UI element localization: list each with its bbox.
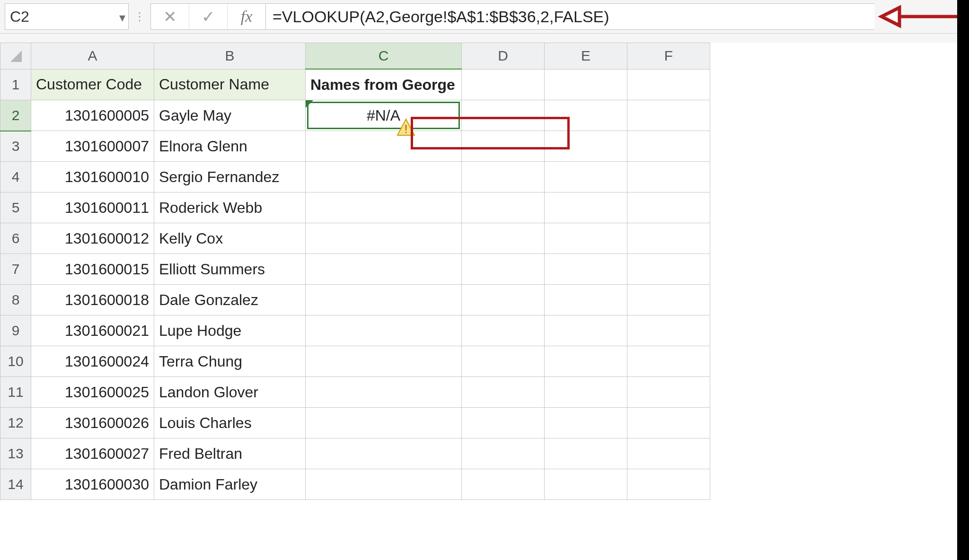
row-header-6[interactable]: 6 [0, 223, 31, 254]
cell-B3[interactable]: Elnora Glenn [154, 131, 306, 162]
enter-formula-button[interactable]: ✓ [189, 4, 228, 29]
cell-D13[interactable] [462, 438, 545, 469]
cell-B1[interactable]: Customer Name [154, 69, 306, 100]
cell-B7[interactable]: Elliott Summers [154, 254, 306, 285]
error-smart-tag-icon[interactable]: ! [396, 118, 415, 137]
cell-B13[interactable]: Fred Beltran [154, 438, 306, 469]
cell-B9[interactable]: Lupe Hodge [154, 315, 306, 346]
cell-E8[interactable] [545, 285, 627, 315]
row-header-1[interactable]: 1 [0, 69, 31, 100]
cell-D1[interactable] [462, 69, 545, 100]
cell-C6[interactable] [306, 223, 462, 254]
cell-E7[interactable] [545, 254, 627, 285]
row-header-9[interactable]: 9 [0, 315, 31, 346]
cell-A12[interactable]: 1301600026 [31, 408, 154, 438]
col-header-E[interactable]: E [545, 43, 627, 70]
cell-A11[interactable]: 1301600025 [31, 377, 154, 408]
cell-F7[interactable] [627, 254, 710, 285]
cell-A10[interactable]: 1301600024 [31, 346, 154, 377]
row-header-7[interactable]: 7 [0, 254, 31, 285]
col-header-C[interactable]: C [306, 43, 462, 70]
cell-F10[interactable] [627, 346, 710, 377]
name-box[interactable]: C2 ▾ [5, 3, 129, 30]
cell-B8[interactable]: Dale Gonzalez [154, 285, 306, 315]
cell-B12[interactable]: Louis Charles [154, 408, 306, 438]
cell-A4[interactable]: 1301600010 [31, 162, 154, 192]
cell-A5[interactable]: 1301600011 [31, 192, 154, 223]
cell-C9[interactable] [306, 315, 462, 346]
cell-D8[interactable] [462, 285, 545, 315]
vertical-scrollbar[interactable] [957, 0, 969, 560]
cell-F6[interactable] [627, 223, 710, 254]
cell-F4[interactable] [627, 162, 710, 192]
row-header-4[interactable]: 4 [0, 162, 31, 192]
cell-E6[interactable] [545, 223, 627, 254]
cell-C10[interactable] [306, 346, 462, 377]
cell-C7[interactable] [306, 254, 462, 285]
cell-C11[interactable] [306, 377, 462, 408]
cell-D14[interactable] [462, 469, 545, 500]
col-header-A[interactable]: A [31, 43, 154, 70]
cell-D4[interactable] [462, 162, 545, 192]
cell-C5[interactable] [306, 192, 462, 223]
cell-A8[interactable]: 1301600018 [31, 285, 154, 315]
cell-E13[interactable] [545, 438, 627, 469]
cell-A1[interactable]: Customer Code [31, 69, 154, 100]
row-header-11[interactable]: 11 [0, 377, 31, 408]
cell-F12[interactable] [627, 408, 710, 438]
cell-A2[interactable]: 1301600005 [31, 100, 154, 131]
cancel-formula-button[interactable]: ✕ [151, 4, 189, 29]
cell-F1[interactable] [627, 69, 710, 100]
cell-D5[interactable] [462, 192, 545, 223]
row-header-3[interactable]: 3 [0, 131, 31, 162]
cell-A9[interactable]: 1301600021 [31, 315, 154, 346]
cell-E9[interactable] [545, 315, 627, 346]
col-header-B[interactable]: B [154, 43, 306, 70]
cell-E4[interactable] [545, 162, 627, 192]
cell-B14[interactable]: Damion Farley [154, 469, 306, 500]
cell-B5[interactable]: Roderick Webb [154, 192, 306, 223]
col-header-F[interactable]: F [627, 43, 710, 70]
cell-E10[interactable] [545, 346, 627, 377]
cell-F2[interactable] [627, 100, 710, 131]
cell-D6[interactable] [462, 223, 545, 254]
row-header-14[interactable]: 14 [0, 469, 31, 500]
cell-A14[interactable]: 1301600030 [31, 469, 154, 500]
name-box-dropdown-icon[interactable]: ▾ [119, 10, 125, 25]
cell-E11[interactable] [545, 377, 627, 408]
cell-C13[interactable] [306, 438, 462, 469]
cell-F13[interactable] [627, 438, 710, 469]
cell-B10[interactable]: Terra Chung [154, 346, 306, 377]
row-header-8[interactable]: 8 [0, 285, 31, 315]
col-header-D[interactable]: D [462, 43, 545, 70]
cell-E12[interactable] [545, 408, 627, 438]
fx-button[interactable]: fx [228, 8, 265, 26]
cell-F8[interactable] [627, 285, 710, 315]
cell-E1[interactable] [545, 69, 627, 100]
cell-B11[interactable]: Landon Glover [154, 377, 306, 408]
cell-D12[interactable] [462, 408, 545, 438]
row-header-2[interactable]: 2 [0, 100, 31, 131]
cell-C4[interactable] [306, 162, 462, 192]
cell-A13[interactable]: 1301600027 [31, 438, 154, 469]
formula-input[interactable]: =VLOOKUP(A2,George!$A$1:$B$36,2,FALSE) [266, 3, 874, 30]
row-header-5[interactable]: 5 [0, 192, 31, 223]
cell-F14[interactable] [627, 469, 710, 500]
cell-C2[interactable]: #N/A [306, 100, 462, 131]
row-header-13[interactable]: 13 [0, 438, 31, 469]
cell-E3[interactable] [545, 131, 627, 162]
cell-E14[interactable] [545, 469, 627, 500]
cell-D3[interactable] [462, 131, 545, 162]
cell-C1[interactable]: Names from George [306, 69, 462, 100]
cell-F11[interactable] [627, 377, 710, 408]
cell-B4[interactable]: Sergio Fernandez [154, 162, 306, 192]
cell-D11[interactable] [462, 377, 545, 408]
cell-F3[interactable] [627, 131, 710, 162]
cell-A6[interactable]: 1301600012 [31, 223, 154, 254]
row-header-10[interactable]: 10 [0, 346, 31, 377]
cell-C3[interactable] [306, 131, 462, 162]
cell-B2[interactable]: Gayle May [154, 100, 306, 131]
cell-D9[interactable] [462, 315, 545, 346]
cell-C14[interactable] [306, 469, 462, 500]
cell-A7[interactable]: 1301600015 [31, 254, 154, 285]
